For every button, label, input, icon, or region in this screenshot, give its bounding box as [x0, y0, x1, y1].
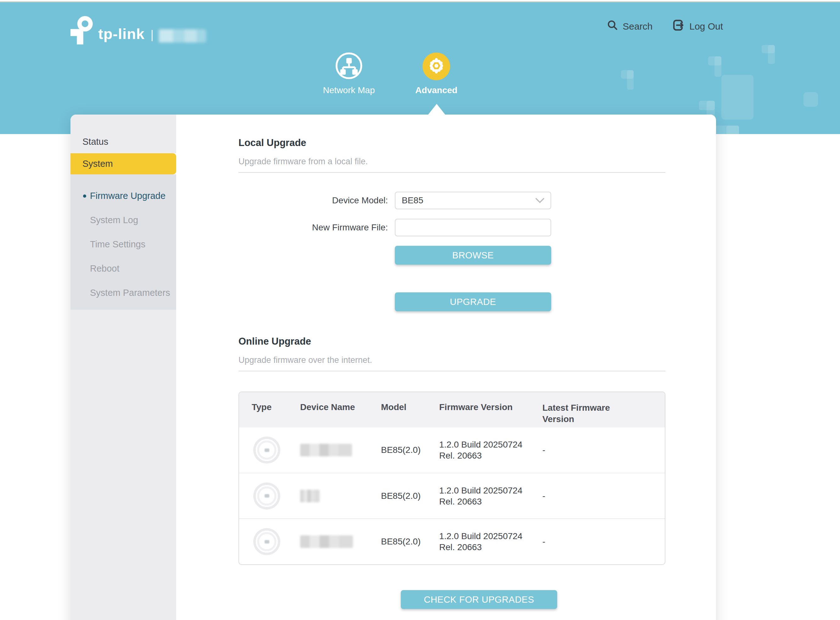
firmware-file-label: New Firmware File:: [239, 223, 395, 233]
device-model-value: BE85: [402, 196, 424, 206]
sidebar-item-time-settings-label: Time Settings: [90, 239, 145, 250]
table-row: BE85(2.0) 1.2.0 Build 20250724 Rel. 2066…: [239, 473, 665, 519]
search-label: Search: [623, 21, 652, 32]
device-model-label: Device Model:: [239, 196, 395, 206]
pattern-block: [715, 126, 739, 134]
check-for-upgrades-button[interactable]: CHECK FOR UPGRADES: [401, 590, 557, 609]
col-model: Model: [381, 392, 439, 427]
pattern-block: [762, 45, 775, 64]
firmware-table: Type Device Name Model Firmware Version …: [239, 391, 666, 565]
device-type-icon: [253, 483, 280, 510]
blurred-device-name: [300, 490, 320, 502]
content-area: Local Upgrade Upgrade firmware from a lo…: [239, 114, 666, 609]
upgrade-button[interactable]: UPGRADE: [395, 292, 551, 311]
search-button[interactable]: Search: [607, 20, 652, 33]
pattern-block: [721, 75, 753, 120]
main-panel: Status System Firmware Upgrade System Lo…: [71, 114, 716, 620]
blurred-device-name: [300, 444, 352, 456]
browse-button[interactable]: BROWSE: [395, 246, 551, 265]
sidebar-item-status[interactable]: Status: [71, 114, 176, 153]
search-icon: [607, 20, 618, 33]
sidebar-item-firmware-upgrade-label: Firmware Upgrade: [90, 191, 165, 201]
online-upgrade-subtitle: Upgrade firmware over the internet.: [239, 355, 666, 365]
logout-label: Log Out: [689, 21, 723, 32]
latest-firmware-cell: -: [542, 473, 665, 519]
sidebar-item-system-parameters[interactable]: System Parameters: [71, 281, 176, 305]
blurred-device-name: [300, 535, 353, 548]
table-row: BE85(2.0) 1.2.0 Build 20250724 Rel. 2066…: [239, 427, 665, 473]
section-divider: [239, 371, 666, 372]
gear-icon: [428, 57, 445, 75]
firmware-file-input[interactable]: [395, 219, 551, 236]
tab-advanced-label: Advanced: [410, 85, 463, 95]
sidebar-item-system-log[interactable]: System Log: [71, 208, 176, 232]
sidebar-item-system-parameters-label: System Parameters: [90, 287, 170, 298]
sidebar-item-status-label: Status: [83, 137, 108, 147]
local-upgrade-title: Local Upgrade: [239, 137, 666, 149]
firmware-version-cell: 1.2.0 Build 20250724 Rel. 20663: [439, 473, 542, 519]
model-cell: BE85(2.0): [381, 473, 439, 519]
model-cell: BE85(2.0): [381, 519, 439, 564]
table-header-row: Type Device Name Model Firmware Version …: [239, 392, 665, 427]
pattern-block: [804, 92, 818, 107]
model-cell: BE85(2.0): [381, 427, 439, 473]
tp-link-logo-icon: [71, 15, 94, 45]
sidebar-item-firmware-upgrade[interactable]: Firmware Upgrade: [71, 184, 176, 208]
pattern-block: [708, 56, 721, 77]
device-model-select[interactable]: BE85: [395, 192, 551, 209]
brand: tp-link: [71, 15, 206, 45]
device-type-icon: [253, 528, 280, 555]
local-upgrade-subtitle: Upgrade firmware from a local file.: [239, 157, 666, 167]
tab-network-map[interactable]: Network Map: [322, 53, 376, 95]
chevron-down-icon: [535, 196, 544, 206]
latest-firmware-cell: -: [542, 427, 665, 473]
latest-firmware-cell: -: [542, 519, 665, 564]
tab-network-map-label: Network Map: [322, 85, 376, 95]
col-type: Type: [239, 392, 300, 427]
sidebar-item-reboot[interactable]: Reboot: [71, 256, 176, 281]
sidebar-item-system[interactable]: System: [71, 153, 176, 175]
sidebar-filler: [71, 310, 176, 620]
sidebar: Status System Firmware Upgrade System Lo…: [71, 114, 176, 620]
table-row: BE85(2.0) 1.2.0 Build 20250724 Rel. 2066…: [239, 519, 665, 564]
sidebar-item-system-log-label: System Log: [90, 215, 138, 225]
logout-icon: [673, 19, 685, 33]
sidebar-submenu: Firmware Upgrade System Log Time Setting…: [71, 175, 176, 310]
pattern-block: [621, 70, 634, 90]
network-map-icon: [335, 52, 363, 81]
sidebar-item-reboot-label: Reboot: [90, 263, 120, 274]
device-type-icon: [253, 436, 280, 463]
brand-separator: [152, 30, 153, 41]
section-divider: [239, 172, 666, 173]
firmware-version-cell: 1.2.0 Build 20250724 Rel. 20663: [439, 519, 542, 564]
browser-edge-strip: [0, 0, 840, 2]
col-latest-firmware-version: Latest Firmware Version: [542, 392, 665, 427]
col-firmware-version: Firmware Version: [439, 392, 542, 427]
logout-button[interactable]: Log Out: [673, 19, 723, 33]
brand-wordmark: tp-link: [98, 25, 145, 42]
blurred-account-name: [159, 29, 206, 42]
sidebar-item-system-label: System: [83, 159, 113, 169]
online-upgrade-title: Online Upgrade: [239, 336, 666, 347]
active-tab-pointer: [428, 104, 445, 114]
firmware-version-cell: 1.2.0 Build 20250724 Rel. 20663: [439, 427, 542, 473]
sidebar-item-time-settings[interactable]: Time Settings: [71, 232, 176, 256]
tab-advanced[interactable]: Advanced: [410, 53, 463, 95]
col-device-name: Device Name: [300, 392, 381, 427]
